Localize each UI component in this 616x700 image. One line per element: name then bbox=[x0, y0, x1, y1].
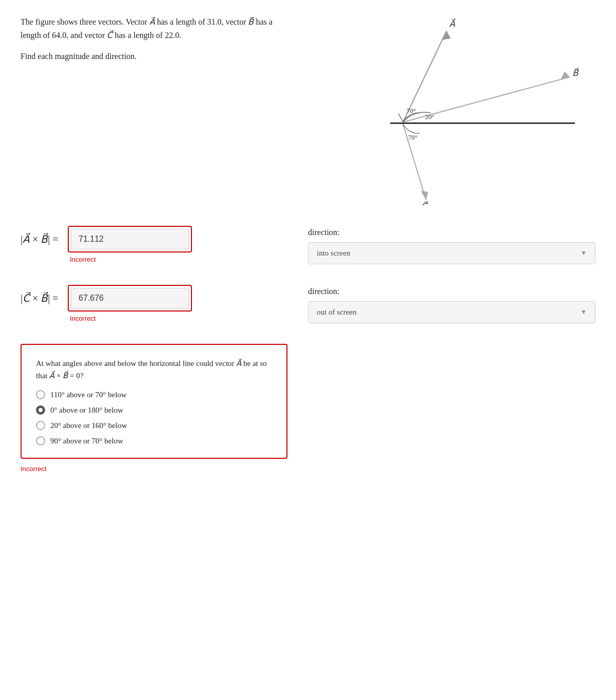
cross-label-input-cb: |C⃗ × B⃗| = bbox=[21, 285, 192, 312]
mc-option-label-0: 110° above or 70° below bbox=[50, 391, 127, 399]
cross-ab-input[interactable] bbox=[71, 229, 189, 249]
cross-ab-input-wrapper[interactable] bbox=[68, 226, 192, 252]
svg-text:70°: 70° bbox=[407, 107, 416, 114]
mc-question: At what angles above and below the horiz… bbox=[36, 357, 272, 382]
mc-section: At what angles above and below the horiz… bbox=[21, 344, 287, 459]
cross-ab-label: |A⃗ × B⃗| = bbox=[21, 233, 62, 245]
mc-option-label-3: 90° above or 70° below bbox=[50, 437, 123, 445]
mc-options: 110° above or 70° below 0° above or 180°… bbox=[36, 390, 272, 445]
svg-text:B⃗: B⃗ bbox=[572, 68, 579, 78]
mc-option-label-2: 20° above or 160° below bbox=[50, 421, 127, 430]
vector-diagram: A⃗ B⃗ C⃗ 70° 20° bbox=[308, 10, 595, 205]
svg-text:20°: 20° bbox=[425, 113, 434, 121]
radio-3[interactable] bbox=[36, 436, 45, 445]
direction-cb-dropdown[interactable]: out of screen ▼ bbox=[308, 301, 595, 323]
direction-ab-value: into screen bbox=[317, 249, 350, 258]
chevron-down-icon-2: ▼ bbox=[581, 308, 587, 316]
cross-cb-input-wrapper[interactable] bbox=[68, 285, 192, 312]
problem-description: The figure shows three vectors. Vector A… bbox=[21, 15, 287, 42]
cross-left-cb: |C⃗ × B⃗| = Incorrect bbox=[21, 285, 287, 322]
mc-option-0[interactable]: 110° above or 70° below bbox=[36, 390, 272, 399]
mc-container: At what angles above and below the horiz… bbox=[21, 344, 595, 473]
svg-text:C⃗: C⃗ bbox=[421, 201, 428, 205]
direction-ab-dropdown[interactable]: into screen ▼ bbox=[308, 242, 595, 264]
problem-instruction: Find each magnitude and direction. bbox=[21, 50, 287, 63]
cross-label-input-ab: |A⃗ × B⃗| = bbox=[21, 226, 192, 252]
cross-left-ab: |A⃗ × B⃗| = Incorrect bbox=[21, 226, 287, 263]
mc-option-label-1: 0° above or 180° below bbox=[50, 406, 123, 415]
direction-cb-label: direction: bbox=[308, 287, 339, 296]
chevron-down-icon: ▼ bbox=[581, 249, 587, 257]
radio-0[interactable] bbox=[36, 390, 45, 399]
cross-product-section: |A⃗ × B⃗| = Incorrect direction: into sc… bbox=[21, 226, 595, 323]
radio-1[interactable] bbox=[36, 405, 45, 415]
mc-option-3[interactable]: 90° above or 70° below bbox=[36, 436, 272, 445]
svg-text:A⃗: A⃗ bbox=[449, 18, 456, 29]
cross-right-cb: direction: out of screen ▼ bbox=[308, 285, 595, 323]
mc-option-2[interactable]: 20° above or 160° below bbox=[36, 421, 272, 430]
cross-ab-status: Incorrect bbox=[70, 256, 96, 263]
problem-text-container: The figure shows three vectors. Vector A… bbox=[21, 15, 287, 205]
cross-cb-input[interactable] bbox=[71, 288, 189, 308]
svg-marker-2 bbox=[441, 31, 451, 40]
mc-status: Incorrect bbox=[21, 465, 47, 473]
direction-cb-value: out of screen bbox=[317, 308, 356, 317]
cross-row-ab: |A⃗ × B⃗| = Incorrect direction: into sc… bbox=[21, 226, 595, 264]
svg-text:70°: 70° bbox=[408, 133, 417, 141]
cross-cb-status: Incorrect bbox=[70, 315, 96, 322]
direction-ab-label: direction: bbox=[308, 228, 339, 237]
mc-option-1[interactable]: 0° above or 180° below bbox=[36, 405, 272, 415]
cross-row-cb: |C⃗ × B⃗| = Incorrect direction: out of … bbox=[21, 285, 595, 323]
svg-marker-8 bbox=[421, 191, 428, 200]
cross-right-ab: direction: into screen ▼ bbox=[308, 226, 595, 264]
radio-2[interactable] bbox=[36, 421, 45, 430]
cross-cb-label: |C⃗ × B⃗| = bbox=[21, 292, 62, 304]
